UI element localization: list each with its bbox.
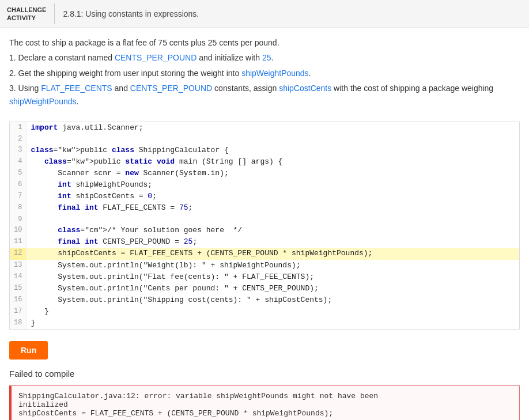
code-line-5[interactable]: 5 Scanner scnr = new Scanner(System.in);: [10, 168, 519, 179]
line-number: 11: [10, 236, 26, 248]
line-number: 9: [10, 214, 26, 225]
step3-h1: FLAT_FEE_CENTS: [41, 84, 112, 93]
line-number: 1: [10, 122, 26, 134]
line-number: 14: [10, 271, 26, 283]
code-line-11[interactable]: 11 final int CENTS_PER_POUND = 25;: [10, 236, 519, 248]
run-section: Run: [0, 335, 529, 365]
failed-label: Failed to compile: [0, 365, 529, 382]
code-line-10[interactable]: 10 class="cm">/* Your solution goes here…: [10, 225, 519, 236]
line-code[interactable]: import java.util.Scanner;: [26, 122, 519, 134]
line-number: 3: [10, 145, 26, 156]
error-line1: ShippingCalculator.java:12: error: varia…: [18, 392, 512, 400]
line-code[interactable]: final int FLAT_FEE_CENTS = 75;: [26, 202, 519, 214]
line-code[interactable]: }: [26, 317, 519, 329]
step2-highlight: shipWeightPounds: [241, 69, 308, 78]
step3-h4: shipWeightPounds: [9, 97, 76, 106]
description-step3: 3. Using FLAT_FEE_CENTS and CENTS_PER_PO…: [9, 82, 520, 108]
line-code[interactable]: shipCostCents = FLAT_FEE_CENTS + (CENTS_…: [26, 248, 519, 259]
line-number: 16: [10, 294, 26, 306]
code-line-18[interactable]: 18}: [10, 317, 519, 329]
line-number: 7: [10, 191, 26, 202]
code-line-6[interactable]: 6 int shipWeightPounds;: [10, 179, 519, 191]
code-editor[interactable]: 1import java.util.Scanner;23class="kw">p…: [9, 122, 520, 330]
description-area: The cost to ship a package is a flat fee…: [0, 28, 529, 116]
line-number: 4: [10, 156, 26, 168]
line-code[interactable]: Scanner scnr = new Scanner(System.in);: [26, 168, 519, 179]
line-code[interactable]: class="kw">public class ShippingCalculat…: [26, 145, 519, 156]
description-intro: The cost to ship a package is a flat fee…: [9, 36, 520, 49]
line-number: 15: [10, 283, 26, 294]
code-line-13[interactable]: 13 System.out.println("Weight(lb): " + s…: [10, 260, 519, 271]
code-line-7[interactable]: 7 int shipCostCents = 0;: [10, 191, 519, 202]
line-number: 13: [10, 260, 26, 271]
code-line-15[interactable]: 15 System.out.println("Cents per pound: …: [10, 283, 519, 294]
line-code[interactable]: class="cm">/* Your solution goes here */: [26, 225, 519, 236]
step1-val: 25: [262, 53, 271, 62]
line-number: 5: [10, 168, 26, 179]
line-code[interactable]: final int CENTS_PER_POUND = 25;: [26, 236, 519, 248]
step3-h3: shipCostCents: [279, 84, 331, 93]
line-number: 18: [10, 317, 26, 329]
code-table: 1import java.util.Scanner;23class="kw">p…: [10, 122, 519, 329]
code-line-8[interactable]: 8 final int FLAT_FEE_CENTS = 75;: [10, 202, 519, 214]
challenge-label: CHALLENGE ACTIVITY: [7, 6, 46, 22]
error-box: ShippingCalculator.java:12: error: varia…: [9, 385, 520, 420]
line-number: 2: [10, 134, 26, 145]
line-code[interactable]: [26, 214, 519, 225]
line-code[interactable]: int shipCostCents = 0;: [26, 191, 519, 202]
step3-h2: CENTS_PER_POUND: [130, 84, 212, 93]
line-code[interactable]: class="kw">public static void main (Stri…: [26, 156, 519, 168]
line-number: 6: [10, 179, 26, 191]
line-number: 17: [10, 306, 26, 317]
step1-highlight: CENTS_PER_POUND: [115, 53, 197, 62]
challenge-header: CHALLENGE ACTIVITY 2.8.1: Using constant…: [0, 0, 529, 28]
line-code[interactable]: System.out.println("Flat fee(cents): " +…: [26, 271, 519, 283]
description-step2: 2. Get the shipping weight from user inp…: [9, 67, 520, 80]
error-line2: initialized: [18, 400, 512, 409]
line-number: 12: [10, 248, 26, 259]
line-code[interactable]: int shipWeightPounds;: [26, 179, 519, 191]
code-line-14[interactable]: 14 System.out.println("Flat fee(cents): …: [10, 271, 519, 283]
line-code[interactable]: System.out.println("Weight(lb): " + ship…: [26, 260, 519, 271]
header-divider: [54, 3, 55, 24]
line-code[interactable]: [26, 134, 519, 145]
error-line3: shipCostCents = FLAT_FEE_CENTS + (CENTS_…: [18, 409, 512, 418]
challenge-title: 2.8.1: Using constants in expressions.: [63, 9, 199, 18]
code-line-16[interactable]: 16 System.out.println("Shipping cost(cen…: [10, 294, 519, 306]
code-line-12[interactable]: 12 shipCostCents = FLAT_FEE_CENTS + (CEN…: [10, 248, 519, 259]
code-line-9[interactable]: 9: [10, 214, 519, 225]
code-line-4[interactable]: 4 class="kw">public static void main (St…: [10, 156, 519, 168]
code-line-1[interactable]: 1import java.util.Scanner;: [10, 122, 519, 134]
code-line-3[interactable]: 3class="kw">public class ShippingCalcula…: [10, 145, 519, 156]
code-line-2[interactable]: 2: [10, 134, 519, 145]
line-code[interactable]: System.out.println("Shipping cost(cents)…: [26, 294, 519, 306]
description-step1: 1. Declare a constant named CENTS_PER_PO…: [9, 51, 520, 64]
line-number: 10: [10, 225, 26, 236]
line-code[interactable]: }: [26, 306, 519, 317]
line-code[interactable]: System.out.println("Cents per pound: " +…: [26, 283, 519, 294]
line-number: 8: [10, 202, 26, 214]
code-line-17[interactable]: 17 }: [10, 306, 519, 317]
run-button[interactable]: Run: [9, 341, 48, 360]
